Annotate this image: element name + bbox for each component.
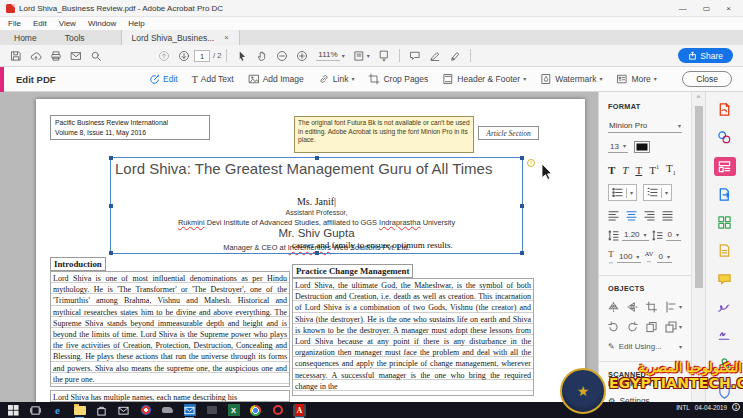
select-tool-button[interactable]: [232, 48, 252, 64]
close-window-button[interactable]: ×: [726, 4, 731, 13]
numbered-list-dropdown[interactable]: ▾: [643, 184, 672, 201]
selection-handle[interactable]: [109, 156, 113, 160]
print-button[interactable]: [46, 48, 66, 64]
superscript-button[interactable]: T1: [649, 164, 659, 176]
font-warning-badge[interactable]: !: [527, 159, 535, 167]
rotate-right-button[interactable]: [627, 321, 638, 333]
tab-tools[interactable]: Tools: [51, 30, 99, 45]
flip-vertical-button[interactable]: [627, 301, 638, 313]
selection-handle[interactable]: [109, 251, 113, 255]
edit-using-dropdown[interactable]: ✎ Edit Using... ▾: [608, 342, 682, 351]
paragraph-spacing-dropdown[interactable]: 0 ▾: [666, 230, 681, 241]
selection-handle[interactable]: [315, 156, 319, 160]
taskbar-mail[interactable]: [117, 404, 130, 417]
menu-file[interactable]: File: [8, 19, 21, 28]
comment-tool-button[interactable]: [405, 48, 425, 64]
menu-window[interactable]: Window: [88, 19, 116, 28]
align-center-button[interactable]: [626, 210, 637, 221]
sign-ink-tool[interactable]: [714, 326, 736, 345]
taskbar-excel[interactable]: X: [227, 404, 240, 417]
zoom-in-button[interactable]: [292, 48, 312, 64]
selection-handle[interactable]: [315, 251, 319, 255]
tab-close-icon[interactable]: ×: [224, 33, 228, 42]
restore-button[interactable]: ▭: [703, 4, 711, 13]
object-align-dropdown[interactable]: ▾: [665, 301, 682, 313]
upload-cloud-button[interactable]: [26, 48, 46, 64]
taskbar-app2[interactable]: [205, 404, 218, 417]
minimize-button[interactable]: —: [679, 4, 687, 13]
flip-horizontal-button[interactable]: [608, 301, 619, 313]
menu-help[interactable]: Help: [128, 19, 144, 28]
rotate-left-button[interactable]: [608, 321, 619, 333]
font-size-dropdown[interactable]: 13 ▾: [608, 142, 628, 153]
align-left-button[interactable]: [608, 210, 619, 221]
find-button[interactable]: [86, 48, 106, 64]
save-button[interactable]: [6, 48, 26, 64]
right-paragraph-textbox[interactable]: Lord Shiva, the ultimate God, the Mahesh…: [292, 278, 534, 396]
tab-home[interactable]: Home: [0, 30, 51, 45]
replace-image-button[interactable]: [646, 321, 657, 333]
left-paragraph2-textbox[interactable]: Lord Shiva has multiple names, each name…: [50, 390, 290, 402]
crop-pages-button[interactable]: Crop Pages: [361, 73, 435, 85]
menu-edit[interactable]: Edit: [33, 19, 47, 28]
zoom-level-dropdown[interactable]: 111% ▾: [312, 48, 348, 63]
share-button[interactable]: Share: [678, 48, 733, 63]
taskbar-outlook[interactable]: [183, 404, 196, 417]
character-spacing-dropdown[interactable]: 0 ▾: [657, 252, 672, 263]
selection-handle[interactable]: [520, 204, 524, 208]
subscript-button[interactable]: T1: [666, 162, 676, 176]
arrange-dropdown[interactable]: ▾: [665, 321, 682, 333]
fill-sign-tool[interactable]: [714, 298, 736, 317]
email-button[interactable]: [66, 48, 86, 64]
bulleted-list-dropdown[interactable]: ▾: [608, 184, 637, 201]
tray-date[interactable]: 04-04-2019: [695, 404, 727, 411]
taskbar-photos[interactable]: [139, 404, 152, 417]
journal-header-textbox[interactable]: Pacific Business Review International Vo…: [50, 115, 210, 140]
selection-handle[interactable]: [520, 251, 524, 255]
highlight-tool-button[interactable]: [445, 48, 465, 64]
horizontal-scale-dropdown[interactable]: 100 ▾: [617, 252, 641, 263]
taskbar-acrobat-active[interactable]: A: [293, 404, 306, 417]
crop-object-button[interactable]: [646, 301, 657, 313]
selection-handle[interactable]: [109, 204, 113, 208]
left-heading-textbox[interactable]: Introduction: [50, 257, 106, 271]
edit-mode-button[interactable]: Edit: [142, 74, 185, 85]
protect-tool[interactable]: [714, 383, 736, 402]
page-display-button[interactable]: [374, 48, 394, 64]
selection-handle[interactable]: [520, 156, 524, 160]
tab-document[interactable]: Lord Shiva_Busines... ×: [121, 30, 240, 45]
font-color-swatch[interactable]: [634, 141, 650, 153]
italic-button[interactable]: T: [622, 164, 628, 176]
watermark-dropdown[interactable]: Watermark ▾: [533, 73, 609, 85]
menu-view[interactable]: View: [59, 19, 76, 28]
right-heading-textbox[interactable]: Practice Change Management: [292, 264, 413, 278]
taskbar-edge[interactable]: e: [51, 404, 64, 417]
align-justify-button[interactable]: [662, 210, 673, 221]
bold-button[interactable]: T: [608, 164, 615, 176]
edit-pdf-tool-active[interactable]: [714, 157, 736, 176]
create-pdf-tool[interactable]: [714, 100, 736, 119]
font-family-dropdown[interactable]: Minion Pro ▾: [608, 119, 682, 133]
panel-scrollbar[interactable]: ^: [691, 92, 705, 402]
add-image-button[interactable]: Add Image: [241, 73, 311, 85]
zoom-out-button[interactable]: [272, 48, 292, 64]
redact-tool[interactable]: [714, 241, 736, 260]
previous-page-button[interactable]: [154, 48, 174, 64]
start-button[interactable]: [7, 404, 20, 417]
more-dropdown[interactable]: More ▾: [609, 73, 663, 85]
scroll-up-arrow[interactable]: ^: [692, 92, 705, 104]
taskbar-chrome[interactable]: [249, 404, 262, 417]
combine-files-tool[interactable]: [714, 128, 736, 147]
align-right-button[interactable]: [644, 210, 655, 221]
link-dropdown[interactable]: Link ▾: [311, 73, 362, 85]
notification-badge[interactable]: 1: [732, 403, 740, 411]
next-page-button[interactable]: [174, 48, 194, 64]
fill-sign-tool-button[interactable]: [425, 48, 445, 64]
article-section-textbox[interactable]: Article Section: [478, 126, 539, 140]
scrollbar-thumb[interactable]: [695, 106, 703, 288]
taskbar-recorder[interactable]: [271, 404, 284, 417]
hand-tool-button[interactable]: [252, 48, 272, 64]
fit-page-dropdown[interactable]: ▾: [349, 48, 374, 64]
organize-pages-tool[interactable]: [714, 213, 736, 232]
line-spacing-dropdown[interactable]: 1.20 ▾: [622, 230, 649, 241]
